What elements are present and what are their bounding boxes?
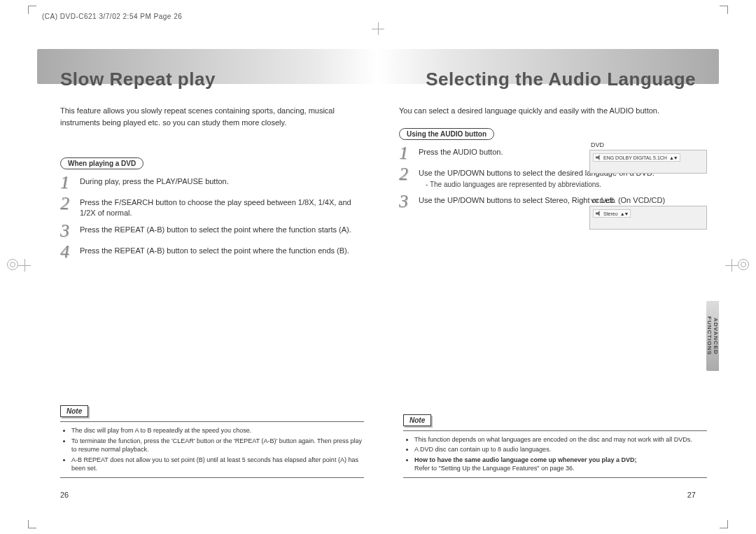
osd-label: DVD bbox=[589, 141, 707, 148]
step-3: 3 Press the REPEAT (A-B) button to selec… bbox=[60, 222, 357, 240]
right-intro: You can select a desired language quickl… bbox=[399, 105, 707, 117]
osd-text: ENG DOLBY DIGITAL 5.1CH bbox=[603, 155, 667, 160]
step-text: Press the REPEAT (A-B) button to select … bbox=[80, 222, 351, 235]
step-number: 2 bbox=[399, 165, 412, 183]
note-item: To terminate the function, press the 'CL… bbox=[71, 437, 364, 454]
speaker-icon bbox=[596, 155, 601, 160]
step-4: 4 Press the REPEAT (A-B) button to selec… bbox=[60, 243, 357, 261]
page-left: This feature allows you slowly repeat sc… bbox=[35, 35, 378, 506]
page-number-left: 26 bbox=[60, 491, 69, 499]
registration-cross bbox=[725, 259, 738, 272]
osd-vcd: VCD/CD Stereo ▲▼ bbox=[589, 197, 707, 230]
note-item: A DVD disc can contain up to 8 audio lan… bbox=[414, 445, 707, 454]
osd-screen: ENG DOLBY DIGITAL 5.1CH ▲▼ bbox=[589, 150, 707, 174]
section-tab: ADVANCED FUNCTIONS bbox=[706, 301, 719, 371]
note-list: This function depends on what languages … bbox=[403, 430, 707, 478]
osd-readout: Stereo ▲▼ bbox=[593, 209, 631, 218]
osd-screen: Stereo ▲▼ bbox=[589, 206, 707, 230]
step-1: 1 During play, press the PLAY/PAUSE butt… bbox=[60, 174, 357, 192]
left-section-pill: When playing a DVD bbox=[60, 157, 144, 169]
left-intro: This feature allows you slowly repeat sc… bbox=[49, 105, 357, 128]
step-subnote: - The audio languages are represented by… bbox=[419, 180, 654, 190]
registration-cross bbox=[18, 259, 31, 272]
note-item: This function depends on what languages … bbox=[414, 435, 707, 444]
left-steps: 1 During play, press the PLAY/PAUSE butt… bbox=[49, 174, 357, 261]
note-item: How to have the same audio language come… bbox=[414, 456, 707, 473]
step-number: 2 bbox=[60, 195, 73, 213]
registration-mark bbox=[7, 259, 18, 270]
step-text: Press the REPEAT (A-B) button to select … bbox=[80, 243, 349, 256]
speaker-icon bbox=[596, 211, 601, 216]
step-number: 3 bbox=[60, 222, 73, 240]
osd-readout: ENG DOLBY DIGITAL 5.1CH ▲▼ bbox=[593, 153, 680, 162]
osd-dvd: DVD ENG DOLBY DIGITAL 5.1CH ▲▼ bbox=[589, 141, 707, 174]
crop-mark bbox=[720, 520, 728, 528]
note-ref: Refer to "Setting Up the Language Featur… bbox=[414, 465, 575, 472]
note-item: The disc will play from A to B repeatedl… bbox=[71, 426, 364, 435]
updown-icon: ▲▼ bbox=[669, 155, 678, 160]
registration-cross bbox=[372, 22, 384, 35]
step-text: Press the F/SEARCH button to choose the … bbox=[80, 195, 357, 219]
page-spread: Slow Repeat play Selecting the Audio Lan… bbox=[35, 35, 721, 506]
osd-label: VCD/CD bbox=[589, 197, 707, 204]
step-number: 1 bbox=[399, 144, 412, 162]
crop-mark bbox=[720, 6, 728, 14]
step-text: During play, press the PLAY/PAUSE button… bbox=[80, 174, 229, 187]
left-note-box: Note The disc will play from A to B repe… bbox=[60, 404, 364, 478]
step-number: 4 bbox=[60, 243, 73, 261]
step-text: Press the AUDIO button. bbox=[419, 144, 503, 157]
page-number-right: 27 bbox=[687, 491, 696, 499]
right-note-box: Note This function depends on what langu… bbox=[403, 413, 707, 478]
crop-mark bbox=[28, 6, 36, 14]
note-item: A-B REPEAT does not allow you to set poi… bbox=[71, 456, 364, 473]
note-label: Note bbox=[60, 405, 88, 417]
registration-mark bbox=[738, 259, 749, 270]
right-section-pill: Using the AUDIO button bbox=[399, 128, 494, 140]
page-meta-header: (CA) DVD-C621 3/7/02 2:54 PM Page 26 bbox=[42, 13, 182, 20]
step-number: 3 bbox=[399, 192, 412, 211]
note-list: The disc will play from A to B repeatedl… bbox=[60, 421, 364, 478]
page-right: You can select a desired language quickl… bbox=[378, 35, 721, 506]
section-tab-label: ADVANCED FUNCTIONS bbox=[706, 316, 719, 356]
step-2: 2 Press the F/SEARCH button to choose th… bbox=[60, 195, 357, 219]
step-number: 1 bbox=[60, 174, 73, 192]
updown-icon: ▲▼ bbox=[620, 211, 629, 216]
crop-mark bbox=[28, 520, 36, 528]
note-bold: How to have the same audio language come… bbox=[414, 456, 637, 463]
note-label: Note bbox=[403, 414, 431, 426]
osd-text: Stereo bbox=[603, 211, 618, 216]
